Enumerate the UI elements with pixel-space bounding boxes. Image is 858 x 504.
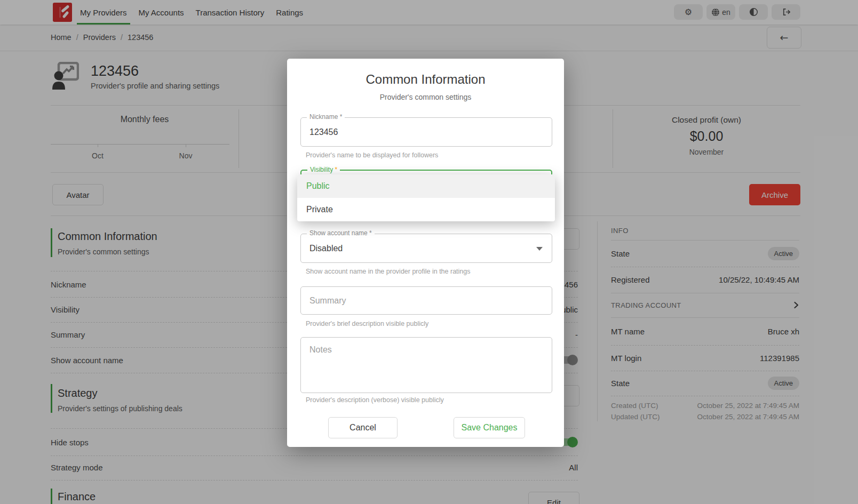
notes-field[interactable] bbox=[300, 337, 552, 393]
summary-helper-text: Provider's brief description visible pub… bbox=[306, 320, 428, 327]
show-account-name-value: Disabled bbox=[301, 234, 552, 262]
show-account-name-field[interactable]: Show account name * Disabled bbox=[300, 234, 552, 263]
nickname-helper-text: Provider's name to be displayed for foll… bbox=[306, 151, 438, 159]
nickname-field-label: Nickname * bbox=[307, 113, 345, 121]
summary-input[interactable] bbox=[301, 287, 552, 314]
nickname-field[interactable]: Nickname * bbox=[300, 117, 552, 147]
cancel-button[interactable]: Cancel bbox=[328, 417, 398, 438]
visibility-option-public[interactable]: Public bbox=[297, 174, 555, 198]
visibility-dropdown-menu: Public Private bbox=[297, 174, 555, 221]
page: My Providers My Accounts Transaction His… bbox=[0, 0, 858, 504]
dialog-subtitle: Provider's common settings bbox=[287, 93, 564, 101]
show-account-name-field-label: Show account name * bbox=[307, 229, 375, 237]
nickname-input[interactable] bbox=[301, 118, 552, 146]
visibility-option-private[interactable]: Private bbox=[297, 198, 555, 221]
common-information-dialog: Common Information Provider's common set… bbox=[287, 59, 564, 447]
save-changes-button[interactable]: Save Changes bbox=[454, 417, 525, 438]
visibility-field-label: Visibility * bbox=[307, 166, 340, 173]
show-account-name-helper-text: Show account name in the provider profil… bbox=[306, 268, 471, 275]
notes-textarea[interactable] bbox=[301, 338, 552, 393]
dialog-title: Common Information bbox=[287, 72, 564, 87]
summary-field[interactable] bbox=[300, 286, 552, 315]
chevron-down-icon bbox=[536, 247, 543, 251]
notes-helper-text: Provider's description (verbose) visible… bbox=[306, 396, 444, 404]
